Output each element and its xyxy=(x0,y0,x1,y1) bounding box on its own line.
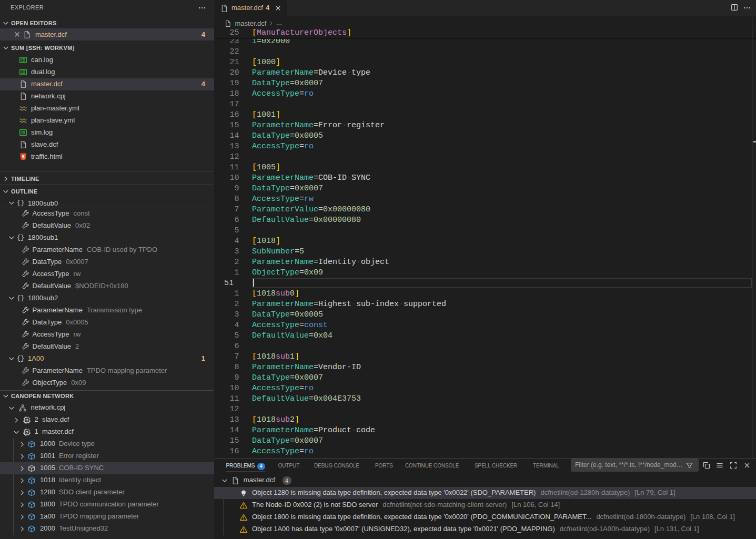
svg-text:5: 5 xyxy=(22,155,25,159)
